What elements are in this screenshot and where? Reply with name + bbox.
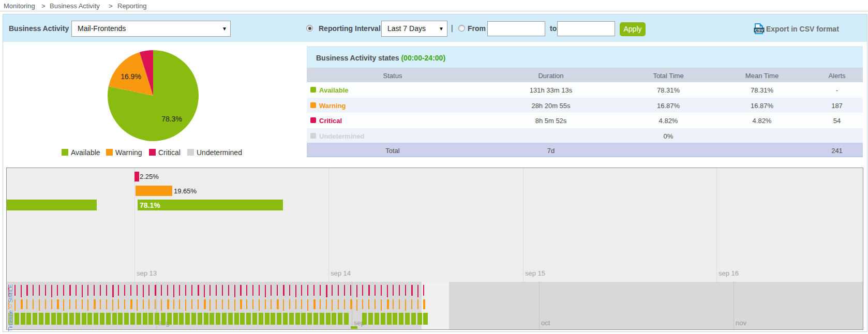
svg-text:CSV: CSV xyxy=(755,28,764,33)
svg-text:78.3%: 78.3% xyxy=(161,115,182,123)
svg-text:16.9%: 16.9% xyxy=(121,72,141,81)
